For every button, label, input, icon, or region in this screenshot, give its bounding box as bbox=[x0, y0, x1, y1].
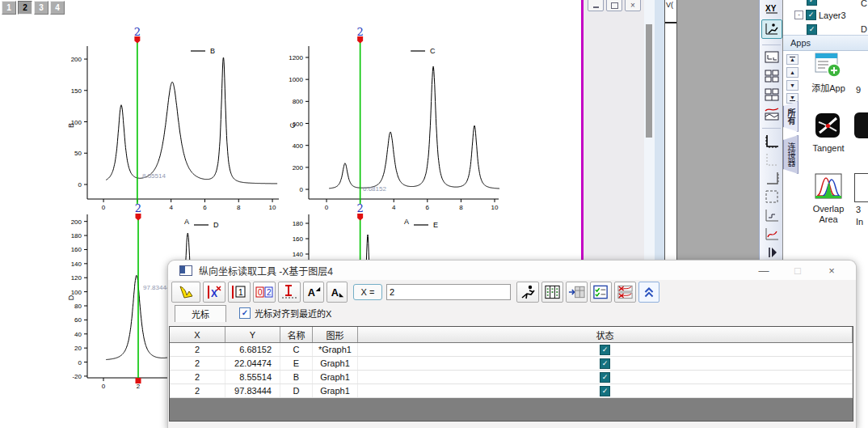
screen-reader-button[interactable] bbox=[761, 19, 782, 39]
column-header-5[interactable]: 状态 bbox=[358, 327, 853, 342]
svg-text:200: 200 bbox=[71, 218, 82, 226]
cursor-flag-bottom-icon bbox=[136, 378, 141, 384]
svg-text:0: 0 bbox=[325, 204, 329, 211]
dialog-minimize-button[interactable]: — bbox=[752, 263, 775, 278]
app-icon-partial[interactable] bbox=[854, 112, 868, 138]
app-icon-partial[interactable] bbox=[854, 173, 868, 202]
column-header-1[interactable]: X bbox=[170, 327, 225, 342]
svg-text:B: B bbox=[210, 47, 215, 55]
tree-partial-letter-c: C bbox=[861, 0, 867, 8]
checkbox-checked-icon[interactable]: ✓ bbox=[807, 0, 817, 6]
status-checkbox-checked-icon[interactable]: ✓ bbox=[600, 386, 610, 396]
scroll-up-button[interactable]: ▲ bbox=[786, 67, 798, 78]
status-checkbox-checked-icon[interactable]: ✓ bbox=[600, 358, 610, 369]
four-panel-button[interactable] bbox=[762, 67, 782, 85]
svg-text:8: 8 bbox=[459, 204, 463, 211]
apps-tab-all[interactable]: 所有 bbox=[783, 101, 798, 132]
collapse-dialog-button[interactable] bbox=[638, 282, 659, 303]
origin-app-window: 1234 04681005010015020028.55514BAB046810… bbox=[0, 0, 868, 428]
axis-frame-button[interactable] bbox=[762, 188, 782, 206]
column-header-3[interactable]: 名称 bbox=[280, 327, 313, 342]
reader-arrow-button[interactable] bbox=[171, 282, 200, 303]
app-label: Overlap Area bbox=[803, 204, 854, 225]
apps-tab-connectors[interactable]: 连接器 bbox=[783, 135, 798, 174]
app-label: Tangent bbox=[803, 143, 854, 154]
svg-text:60: 60 bbox=[74, 316, 82, 324]
svg-text:8: 8 bbox=[237, 204, 241, 211]
cursor-flag-icon bbox=[357, 214, 363, 221]
doc-tab-1[interactable]: 1 bbox=[2, 1, 16, 15]
delete-cursor-button[interactable]: X bbox=[203, 282, 225, 303]
svg-text:1000: 1000 bbox=[289, 76, 303, 83]
table-row[interactable]: 297.83444DGraph1✓ bbox=[170, 384, 853, 398]
doc-tab-2[interactable]: 2 bbox=[18, 1, 32, 15]
child-window-buttons: × bbox=[588, 0, 641, 11]
cell: 2 bbox=[170, 384, 225, 397]
two-cursor-button[interactable]: 02 bbox=[253, 282, 276, 303]
axis-step-button[interactable] bbox=[762, 206, 782, 224]
app-item-add-app[interactable]: 添加App bbox=[803, 53, 854, 94]
tree-row-partial-top[interactable]: ✓ bbox=[807, 0, 817, 6]
preferences-button[interactable] bbox=[590, 282, 612, 303]
checkbox-checked-icon[interactable]: ✓ bbox=[807, 24, 817, 35]
nine-panel-button[interactable] bbox=[762, 86, 782, 104]
dialog-close-button[interactable]: × bbox=[820, 263, 843, 278]
status-checkbox-checked-icon[interactable]: ✓ bbox=[600, 372, 610, 383]
status-cell: ✓ bbox=[358, 357, 853, 370]
svg-text:A: A bbox=[308, 286, 315, 299]
dialog-titlebar[interactable]: 纵向坐标读取工具 -X基于图层4 — □ × bbox=[168, 261, 856, 280]
fit-envelope-button[interactable] bbox=[762, 104, 782, 122]
scroll-down-button[interactable]: ▼ bbox=[786, 80, 798, 91]
checkbox-checked-icon[interactable]: ✓ bbox=[239, 307, 251, 319]
app-item-tangent[interactable]: Tangent bbox=[803, 112, 854, 154]
doc-tab-4[interactable]: 4 bbox=[50, 1, 65, 15]
table-row[interactable]: 28.55514BGraph1✓ bbox=[170, 371, 853, 384]
column-header-2[interactable]: Y bbox=[225, 327, 280, 342]
cell: E bbox=[280, 357, 313, 370]
screen-reader-icon bbox=[763, 21, 781, 37]
single-cursor-icon: 1 bbox=[230, 284, 248, 300]
svg-text:97.83444: 97.83444 bbox=[143, 284, 171, 291]
doc-tab-3[interactable]: 3 bbox=[34, 1, 48, 15]
tab-cursor[interactable]: 光标 bbox=[175, 305, 226, 322]
report-table-button[interactable] bbox=[541, 282, 563, 303]
reader-arrow-icon bbox=[174, 284, 198, 300]
axis-dotted-icon bbox=[763, 151, 781, 167]
single-layer-button[interactable] bbox=[762, 49, 782, 66]
run-reader-button[interactable] bbox=[516, 282, 539, 303]
delete-cursor-icon: X bbox=[205, 284, 223, 300]
svg-text:A: A bbox=[184, 218, 189, 226]
axis-dotted-button[interactable] bbox=[762, 150, 782, 168]
column-header-4[interactable]: 图形 bbox=[313, 327, 358, 342]
status-cell: ✓ bbox=[358, 384, 853, 397]
status-checkbox-checked-icon[interactable]: ✓ bbox=[600, 345, 610, 355]
tree-row-partial-bottom[interactable]: ✓ bbox=[807, 24, 817, 35]
child-close-button[interactable]: × bbox=[625, 0, 641, 11]
xy-scale-button[interactable]: XY bbox=[762, 1, 782, 19]
cursor-style-button[interactable] bbox=[278, 282, 301, 303]
tree-row-layer3[interactable]: - ✓ Layer3 bbox=[794, 10, 846, 20]
x-value-input[interactable] bbox=[386, 284, 511, 300]
table-row[interactable]: 26.68152C*Graph1✓ bbox=[170, 343, 853, 357]
font-decrease-button[interactable]: A bbox=[327, 282, 348, 303]
checkbox-checked-icon[interactable]: ✓ bbox=[806, 10, 816, 20]
output-to-table-button[interactable] bbox=[566, 282, 588, 303]
scroll-top-button[interactable]: ▲ bbox=[786, 54, 798, 65]
align-to-nearest-x[interactable]: ✓ 光标对齐到最近的X bbox=[239, 307, 331, 320]
scrollbar-thumb[interactable] bbox=[646, 24, 652, 138]
child-restore-button[interactable] bbox=[606, 0, 622, 11]
axis-right-button[interactable] bbox=[762, 169, 782, 187]
hide-plots-button[interactable] bbox=[614, 282, 636, 303]
app-item-overlap-area[interactable]: Overlap Area bbox=[803, 173, 854, 225]
expand-right-button[interactable] bbox=[762, 244, 782, 261]
svg-text:400: 400 bbox=[293, 142, 304, 150]
table-row[interactable]: 222.04474EGraph1✓ bbox=[170, 357, 853, 371]
axis-left-bottom-button[interactable] bbox=[762, 132, 782, 150]
axis-spline-button[interactable] bbox=[762, 225, 782, 243]
collapse-expander-icon[interactable]: - bbox=[794, 11, 803, 19]
single-cursor-button[interactable]: 1 bbox=[228, 282, 251, 303]
child-minimize-button[interactable] bbox=[588, 0, 604, 11]
svg-text:10: 10 bbox=[269, 204, 276, 211]
font-increase-button[interactable]: A bbox=[303, 282, 324, 303]
dialog-maximize-button[interactable]: □ bbox=[786, 263, 809, 278]
